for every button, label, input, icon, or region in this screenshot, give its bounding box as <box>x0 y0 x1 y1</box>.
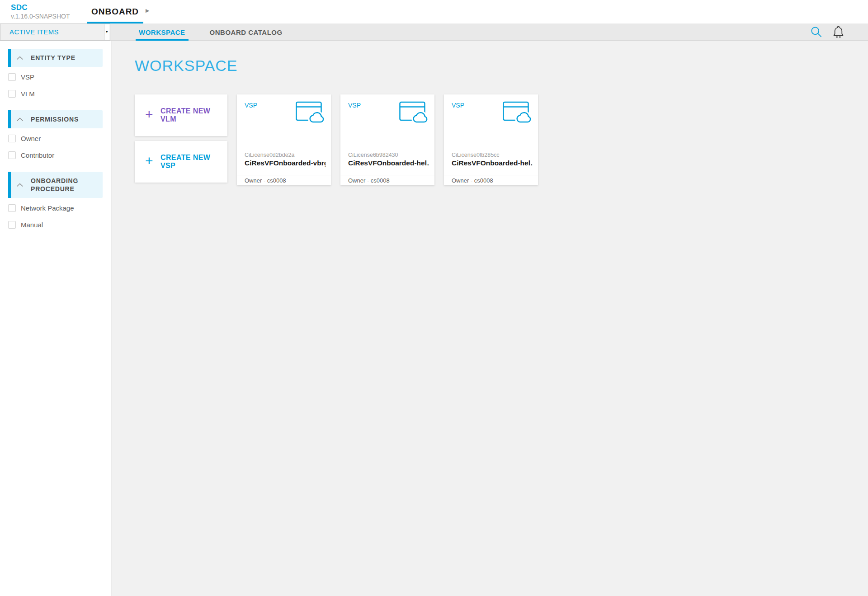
entity-type-badge: VSP <box>452 100 464 124</box>
filter-checkbox-vsp[interactable]: VSP <box>8 69 103 85</box>
vsp-card-header: VSP <box>340 94 434 124</box>
filter-section-title: ENTITY TYPE <box>31 54 75 62</box>
active-items-label: ACTIVE ITEMS <box>9 28 59 36</box>
create-new-vlm-button[interactable]: + CREATE NEW VLM <box>135 94 227 136</box>
logo-version: v.1.16.0-SNAPSHOT <box>11 13 70 20</box>
vsp-cloud-icon <box>399 100 428 124</box>
vsp-owner: Owner - cs0008 <box>237 175 331 185</box>
vsp-card-header: VSP <box>237 94 331 124</box>
vsp-name: CiResVFOnboarded-hel… <box>452 159 533 167</box>
vsp-card-info: CiLicense0d2bde2a CiResVFOnboarded-vbrg… <box>245 152 326 167</box>
filter-item-label: Manual <box>21 221 43 229</box>
filter-item-label: Owner <box>21 135 41 142</box>
filter-item-label: Contributor <box>21 151 54 159</box>
search-icon[interactable] <box>810 26 822 38</box>
filter-section-header-entity-type[interactable]: ENTITY TYPE <box>8 49 103 67</box>
filter-section-permissions: PERMISSIONS Owner Contributor <box>0 110 111 164</box>
vsp-card-info: CiLicense0fb285cc CiResVFOnboarded-hel… <box>452 152 533 167</box>
plus-icon: + <box>145 108 153 121</box>
toolbar-icons <box>810 25 844 38</box>
vsp-owner: Owner - cs0008 <box>444 175 538 185</box>
filter-checkbox-owner[interactable]: Owner <box>8 130 103 147</box>
vsp-name: CiResVFOnboarded-vbrg… <box>245 159 326 167</box>
create-vlm-label: CREATE NEW VLM <box>160 107 227 123</box>
checkbox-unchecked[interactable] <box>8 221 16 229</box>
plus-icon: + <box>145 154 153 168</box>
breadcrumb-arrow-icon[interactable]: ▶ <box>146 8 149 14</box>
sdc-logo[interactable]: SDC v.1.16.0-SNAPSHOT <box>11 3 70 20</box>
vsp-card-info: CiLicense6b982430 CiResVFOnboarded-hel… <box>348 152 429 167</box>
vsp-card[interactable]: VSP CiLicense6b982430 CiResVFOnboarded-h… <box>340 94 434 185</box>
tab-onboard-catalog[interactable]: ONBOARD CATALOG <box>207 23 286 41</box>
chevron-up-icon <box>16 117 24 122</box>
tab-onboard[interactable]: ONBOARD <box>87 0 143 23</box>
filter-section-header-onboarding-procedure[interactable]: ONBOARDING PROCEDURE <box>8 172 103 198</box>
workspace-main: WORKSPACE + CREATE NEW VLM + CREATE NEW … <box>111 41 868 596</box>
filter-section-title: ONBOARDING PROCEDURE <box>31 177 99 193</box>
vsp-license: CiLicense0fb285cc <box>452 152 533 158</box>
notifications-bell-icon[interactable] <box>832 25 844 38</box>
vsp-license: CiLicense0d2bde2a <box>245 152 326 158</box>
vsp-cloud-icon <box>503 100 532 124</box>
filter-item-label: VLM <box>21 90 35 98</box>
filter-section-header-permissions[interactable]: PERMISSIONS <box>8 110 103 128</box>
filter-section-onboarding-procedure: ONBOARDING PROCEDURE Network Package Man… <box>0 172 111 233</box>
tab-onboard-label: ONBOARD <box>91 7 139 17</box>
filter-item-label: VSP <box>21 73 34 81</box>
vsp-license: CiLicense6b982430 <box>348 152 429 158</box>
sdc-app: SDC v.1.16.0-SNAPSHOT ONBOARD ▶ ACTIVE I… <box>0 0 868 596</box>
checkbox-unchecked[interactable] <box>8 73 16 81</box>
checkbox-unchecked[interactable] <box>8 151 16 159</box>
checkbox-unchecked[interactable] <box>8 90 16 98</box>
app-header: SDC v.1.16.0-SNAPSHOT ONBOARD ▶ <box>0 0 868 23</box>
tab-active-underline <box>87 22 143 23</box>
entity-type-badge: VSP <box>245 100 257 124</box>
cards-grid: + CREATE NEW VLM + CREATE NEW VSP VSP <box>135 94 868 185</box>
vsp-owner: Owner - cs0008 <box>340 175 434 185</box>
vsp-card[interactable]: VSP CiLicense0fb285cc CiResVFOnboarded-h… <box>444 94 538 185</box>
vsp-card-header: VSP <box>444 94 538 124</box>
create-vsp-label: CREATE NEW VSP <box>160 154 227 170</box>
filter-section-entity-type: ENTITY TYPE VSP VLM <box>0 49 111 102</box>
dropdown-arrow-icon[interactable]: ▾ <box>104 24 109 40</box>
tab-workspace[interactable]: WORKSPACE <box>136 23 189 41</box>
filter-checkbox-manual[interactable]: Manual <box>8 216 103 233</box>
workspace-tabs: WORKSPACE ONBOARD CATALOG <box>136 23 286 41</box>
filter-toolbar: ACTIVE ITEMS ▾ WORKSPACE ONBOARD CATALOG <box>0 23 868 41</box>
checkbox-unchecked[interactable] <box>8 135 16 142</box>
filter-item-label: Network Package <box>21 204 74 212</box>
vsp-name: CiResVFOnboarded-hel… <box>348 159 429 167</box>
filter-checkbox-contributor[interactable]: Contributor <box>8 147 103 164</box>
create-buttons-column: + CREATE NEW VLM + CREATE NEW VSP <box>135 94 227 183</box>
active-items-dropdown[interactable]: ACTIVE ITEMS ▾ <box>0 23 110 41</box>
create-new-vsp-button[interactable]: + CREATE NEW VSP <box>135 141 227 183</box>
chevron-up-icon <box>16 183 24 187</box>
checkbox-unchecked[interactable] <box>8 204 16 212</box>
filter-section-title: PERMISSIONS <box>31 115 79 123</box>
filter-checkbox-vlm[interactable]: VLM <box>8 85 103 102</box>
entity-type-badge: VSP <box>348 100 361 124</box>
logo-title: SDC <box>11 3 70 12</box>
filter-sidebar: ENTITY TYPE VSP VLM PERMISSIONS Owner <box>0 41 111 596</box>
chevron-up-icon <box>16 56 24 60</box>
vsp-card[interactable]: VSP CiLicense0d2bde2a CiResVFOnboarded-v… <box>237 94 331 185</box>
vsp-cloud-icon <box>296 100 325 124</box>
filter-checkbox-network-package[interactable]: Network Package <box>8 200 103 216</box>
page-title: WORKSPACE <box>135 57 868 75</box>
